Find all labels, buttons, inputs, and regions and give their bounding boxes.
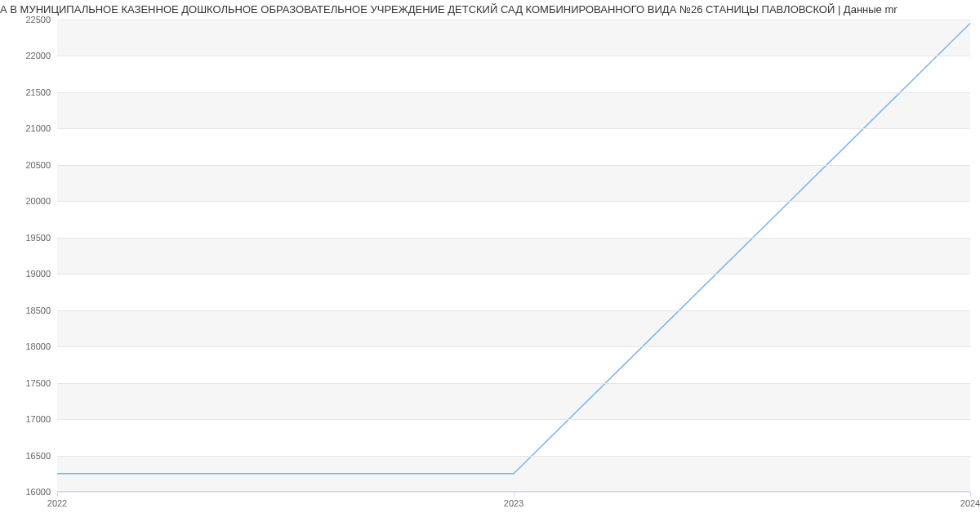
y-tick-label: 18000 <box>25 341 51 351</box>
grid-line <box>57 419 970 420</box>
grid-line <box>57 56 970 56</box>
x-tick-label: 2024 <box>960 498 980 508</box>
y-tick-label: 18500 <box>25 306 51 315</box>
grid-line <box>57 238 970 239</box>
chart-title: А В МУНИЦИПАЛЬНОЕ КАЗЕННОЕ ДОШКОЛЬНОЕ ОБ… <box>0 0 980 17</box>
y-tick-label: 16500 <box>25 451 51 461</box>
x-tick-mark <box>514 492 514 497</box>
y-tick-label: 20000 <box>25 196 51 206</box>
grid-line <box>57 92 970 93</box>
series-line <box>57 23 970 473</box>
y-tick-label: 19500 <box>25 233 51 243</box>
line-svg <box>57 20 970 492</box>
x-tick-mark <box>57 492 58 497</box>
y-tick-label: 22000 <box>25 51 51 60</box>
grid-line <box>57 383 970 384</box>
grid-line <box>57 128 970 129</box>
grid-line <box>57 201 970 202</box>
y-tick-label: 22500 <box>25 15 51 25</box>
x-tick-label: 2022 <box>47 498 67 508</box>
y-tick-label: 20500 <box>25 160 51 170</box>
grid-line <box>57 456 970 457</box>
grid-line <box>57 165 970 166</box>
grid-line <box>57 310 970 311</box>
y-tick-label: 17500 <box>25 378 51 388</box>
y-tick-label: 21500 <box>25 87 51 97</box>
grid-line <box>57 346 970 347</box>
y-tick-label: 16000 <box>25 487 51 497</box>
grid-line <box>57 274 970 274</box>
chart-container: А В МУНИЦИПАЛЬНОЕ КАЗЕННОЕ ДОШКОЛЬНОЕ ОБ… <box>0 0 980 531</box>
y-tick-label: 19000 <box>25 269 51 279</box>
plot-area: 1600016500170001750018000185001900019500… <box>57 20 970 492</box>
grid-line <box>57 20 970 20</box>
y-tick-label: 21000 <box>25 123 51 133</box>
x-tick-label: 2023 <box>504 498 523 508</box>
y-tick-label: 17000 <box>25 414 51 424</box>
x-tick-mark <box>970 492 971 497</box>
